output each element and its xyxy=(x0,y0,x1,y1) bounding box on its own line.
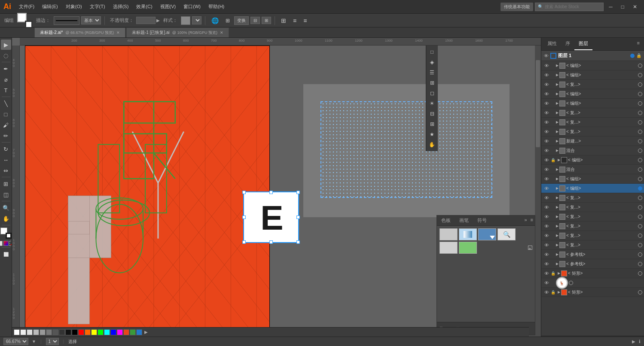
status-play-btn[interactable]: ▶ xyxy=(632,339,635,344)
zoom-arrow[interactable]: ▼ xyxy=(32,339,36,344)
layer1-visible-eye[interactable]: 👁 xyxy=(544,53,549,58)
expand-17[interactable]: ▶ xyxy=(556,224,559,228)
expand-5[interactable]: ▶ xyxy=(556,111,559,115)
menu-edit[interactable]: 编辑(E) xyxy=(39,2,61,12)
pen-tool[interactable]: ✒ xyxy=(1,64,11,74)
expand-16[interactable]: ▶ xyxy=(556,215,559,219)
canvas-nav-1[interactable]: □ xyxy=(427,47,437,57)
stroke-preview[interactable] xyxy=(54,16,79,25)
stroke-weight-select[interactable]: 基本 xyxy=(81,16,101,24)
tab-0[interactable]: 未标题-2.ai* @ 66.67% (RGB/GPU 预览) ✕ xyxy=(34,27,125,37)
layer-item-10[interactable]: 👁 🔒 ▶ < 编组> xyxy=(541,155,644,165)
eye-icon-21[interactable]: 👁 xyxy=(543,261,550,267)
handle-tl[interactable] xyxy=(242,191,246,194)
hand-tool[interactable]: ✋ xyxy=(1,213,11,224)
layer-item-8[interactable]: 👁 ▶ 新建...> xyxy=(541,137,644,146)
chip-cyan[interactable] xyxy=(104,329,110,335)
expand-19[interactable]: ▶ xyxy=(556,243,559,247)
eye-icon-4[interactable]: 👁 xyxy=(543,100,550,107)
swatch-light-blue[interactable] xyxy=(459,228,477,240)
canvas-area[interactable]: 200 300 400 500 600 700 800 900 1000 110… xyxy=(12,38,541,346)
eye-icon-18[interactable]: 👁 xyxy=(543,232,550,239)
menu-object[interactable]: 对象(O) xyxy=(62,2,85,12)
handle-tc[interactable] xyxy=(269,191,273,194)
eye-icon-7[interactable]: 👁 xyxy=(543,128,550,135)
layer-item-19[interactable]: 👁 ▶ < 复...> xyxy=(541,240,644,250)
handle-ml[interactable] xyxy=(242,215,246,219)
rpanel-tab-properties[interactable]: 属性 xyxy=(543,38,561,50)
zoom-select[interactable]: 66.67% 100% 50% xyxy=(3,338,28,345)
panel-arrange-btn[interactable]: ≡ xyxy=(301,16,309,25)
handle-mr[interactable] xyxy=(296,215,300,219)
layer1-lock[interactable]: 🔒 xyxy=(636,53,641,58)
artboard-tool[interactable]: ⬜ xyxy=(1,249,11,259)
eye-icon-0[interactable]: 👁 xyxy=(543,62,550,69)
canvas-vscrollbar[interactable] xyxy=(535,46,541,337)
chip-brand-green[interactable] xyxy=(130,329,136,335)
layer-item-14[interactable]: 👁 ▶ < 复...> xyxy=(541,193,644,203)
menu-file[interactable]: 文件(F) xyxy=(15,2,38,12)
expand-7[interactable]: ▶ xyxy=(556,130,559,134)
curvature-tool[interactable]: ⌀ xyxy=(1,74,11,85)
style-preview[interactable] xyxy=(181,16,190,25)
chip-light[interactable] xyxy=(20,329,26,335)
eye-icon-19[interactable]: 👁 xyxy=(543,242,550,249)
chip-gray2[interactable] xyxy=(33,329,39,335)
layer-item-21[interactable]: 👁 ▶ < 参考线> xyxy=(541,259,644,269)
eye-icon-8[interactable]: 👁 xyxy=(543,138,550,145)
color-panel-expand[interactable]: » xyxy=(522,215,528,225)
expand-10[interactable]: ▶ xyxy=(558,158,560,162)
swatch-search[interactable]: 🔍 xyxy=(497,228,516,240)
handle-bc[interactable] xyxy=(269,240,273,244)
canvas-nav-9[interactable]: ★ xyxy=(427,130,437,139)
transform-btn[interactable]: 变换 xyxy=(234,16,249,25)
menu-effects[interactable]: 效果(C) xyxy=(133,2,156,12)
status-info-btn[interactable]: ℹ xyxy=(639,339,641,344)
layer-item-23[interactable]: 👁 🔒 ▶ < 矩形> xyxy=(541,288,644,297)
expand-2[interactable]: ▶ xyxy=(556,82,559,86)
eye-icon-13[interactable]: 👁 xyxy=(543,185,550,192)
tab-1[interactable]: 未标题-1 [已恢复].ai @ 100% (RGB/GPU 预览) ✕ xyxy=(126,27,229,37)
maximize-btn[interactable]: □ xyxy=(618,3,628,11)
width-tool[interactable]: ⇔ xyxy=(1,165,11,176)
layer-item-1[interactable]: 👁 ▶ < 编组> xyxy=(541,70,644,80)
selection-tool[interactable]: ▶ xyxy=(1,39,11,50)
rotate-tool[interactable]: ↻ xyxy=(1,144,11,154)
chip-magenta[interactable] xyxy=(117,329,123,335)
globe-btn[interactable]: 🌐 xyxy=(209,16,221,25)
expand-1[interactable]: ▶ xyxy=(556,73,559,77)
expand-12[interactable]: ▶ xyxy=(556,177,559,181)
layer-item-20[interactable]: 👁 ▶ < 参考线> xyxy=(541,250,644,259)
tab-symbols[interactable]: 符号 xyxy=(473,215,491,225)
none-box[interactable] xyxy=(0,241,3,246)
rpanel-menu-btn[interactable]: ≡ xyxy=(635,38,642,50)
opacity-arrow[interactable]: ▶ xyxy=(156,18,160,23)
grid-select-btn[interactable]: ⊞ xyxy=(223,17,232,24)
layer-item-9[interactable]: 👁 ▶ 混合 xyxy=(541,146,644,155)
chip-red[interactable] xyxy=(78,329,84,335)
tab-brushes[interactable]: 画笔 xyxy=(455,215,473,225)
canvas-nav-8[interactable]: ⊞ xyxy=(427,119,437,129)
expand-20[interactable]: ▶ xyxy=(556,252,559,256)
rpanel-tab-layers[interactable]: 图层 xyxy=(574,38,592,50)
chip-brand-blue[interactable] xyxy=(136,329,142,335)
expand-18[interactable]: ▶ xyxy=(556,234,559,237)
menu-select[interactable]: 选择(S) xyxy=(110,2,132,12)
pencil-tool[interactable]: ✏ xyxy=(1,131,11,141)
canvas-nav-2[interactable]: ◈ xyxy=(427,58,437,67)
eye-icon-3[interactable]: 👁 xyxy=(543,91,550,97)
canvas-nav-6[interactable]: ☀ xyxy=(427,99,437,108)
canvas-content[interactable]: E 色板 画笔 xyxy=(20,46,541,337)
paintbrush-tool[interactable]: 🖌 xyxy=(1,120,11,130)
chip-orange[interactable] xyxy=(85,329,91,335)
expand-4[interactable]: ▶ xyxy=(556,101,559,105)
tab-1-close[interactable]: ✕ xyxy=(220,30,223,35)
fill-stroke-widget[interactable] xyxy=(17,13,33,28)
lock-icon-23[interactable]: 🔒 xyxy=(551,290,557,294)
pathfinder-btn[interactable]: ⊞ xyxy=(262,17,271,24)
rpanel-tab-sequence[interactable]: 序 xyxy=(561,38,574,50)
eye-icon-22[interactable]: 👁 xyxy=(543,270,550,277)
eye-icon-1[interactable]: 👁 xyxy=(543,72,550,79)
layer-item-18[interactable]: 👁 ▶ < 复...> xyxy=(541,231,644,240)
stroke-box[interactable] xyxy=(25,21,33,28)
